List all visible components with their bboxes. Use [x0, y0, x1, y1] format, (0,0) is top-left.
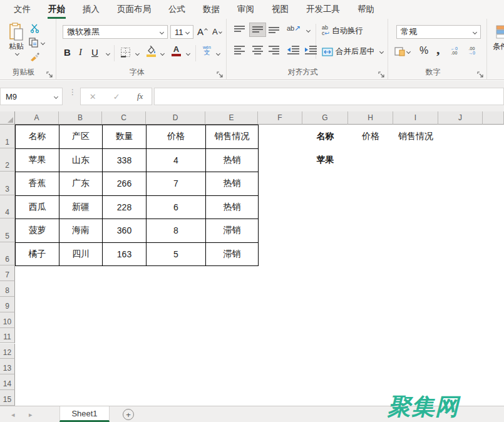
increase-indent-button[interactable] [304, 45, 317, 54]
sheet-tab-sheet1[interactable]: Sheet1 [59, 406, 110, 422]
align-top-button[interactable] [234, 25, 245, 34]
cell-e2[interactable]: 热销 [206, 148, 259, 172]
col-header-i[interactable]: I [393, 111, 438, 125]
number-dialog-launcher-icon[interactable] [477, 69, 485, 77]
row-header-10[interactable]: 10 [0, 312, 15, 328]
col-header-f[interactable]: F [258, 111, 302, 125]
col-header-e[interactable]: E [205, 111, 258, 125]
row-header-12[interactable]: 12 [0, 344, 15, 359]
paste-button[interactable]: 粘贴 [5, 23, 28, 55]
cell-d4[interactable]: 6 [147, 195, 206, 219]
col-header-partial[interactable] [483, 111, 504, 125]
font-name-combo[interactable]: 微软雅黑 [63, 25, 168, 39]
font-dialog-launcher-icon[interactable] [217, 69, 224, 77]
col-header-d[interactable]: D [146, 111, 205, 125]
cut-button[interactable] [30, 24, 39, 33]
cell-c6[interactable]: 163 [103, 242, 147, 266]
cell-b6[interactable]: 四川 [59, 242, 103, 266]
decrease-decimal-button[interactable]: .00 →0 [468, 46, 475, 55]
tab-review[interactable]: 审阅 [229, 0, 263, 19]
align-middle-button[interactable] [250, 23, 265, 36]
increase-decimal-button[interactable]: ←0 .00 [451, 46, 458, 55]
fill-color-button[interactable] [146, 46, 157, 57]
row-header-15[interactable]: 15 [0, 390, 15, 406]
cell-c1[interactable]: 数量 [103, 125, 147, 149]
underline-button[interactable]: U [91, 47, 98, 58]
row-header-4[interactable]: 4 [0, 195, 15, 219]
cell-e4[interactable]: 热销 [206, 195, 259, 219]
row-header-13[interactable]: 13 [0, 359, 15, 374]
borders-button[interactable] [120, 47, 131, 58]
cell-a4[interactable]: 西瓜 [16, 195, 59, 219]
font-color-button[interactable]: A [172, 45, 181, 56]
cell-a3[interactable]: 香蕉 [16, 172, 59, 196]
bold-button[interactable]: B [64, 47, 71, 58]
col-header-h[interactable]: H [348, 111, 393, 125]
cell-a5[interactable]: 菠萝 [16, 219, 59, 243]
cell-g2[interactable]: 苹果 [302, 148, 348, 172]
row-header-3[interactable]: 3 [0, 172, 15, 195]
percent-style-button[interactable]: % [419, 45, 428, 56]
increase-font-size-button[interactable]: A [197, 26, 207, 37]
merge-center-button[interactable]: 合并后居中 [322, 46, 375, 57]
format-painter-button[interactable] [29, 52, 40, 61]
row-header-6[interactable]: 6 [0, 242, 15, 266]
formula-input[interactable] [154, 88, 504, 105]
cell-c3[interactable]: 266 [103, 172, 147, 196]
row-header-5[interactable]: 5 [0, 219, 15, 242]
tab-insert[interactable]: 插入 [74, 0, 108, 19]
cell-c5[interactable]: 360 [103, 219, 147, 243]
tab-formulas[interactable]: 公式 [160, 0, 194, 19]
align-center-button[interactable] [252, 45, 264, 54]
copy-button[interactable] [29, 38, 44, 48]
col-header-a[interactable]: A [15, 111, 59, 125]
cell-d2[interactable]: 4 [147, 148, 206, 172]
align-left-button[interactable] [234, 45, 245, 54]
decrease-font-size-button[interactable]: A [212, 27, 222, 36]
tab-help[interactable]: 帮助 [349, 0, 383, 19]
row-header-2[interactable]: 2 [0, 148, 15, 172]
name-box[interactable]: M9 [0, 88, 63, 105]
row-header-9[interactable]: 9 [0, 297, 15, 312]
col-header-g[interactable]: G [302, 111, 348, 125]
cell-e5[interactable]: 滞销 [206, 219, 259, 243]
cell-e1[interactable]: 销售情况 [206, 125, 259, 149]
wrap-text-button[interactable]: abc↩ 自动换行 [322, 25, 363, 36]
align-right-button[interactable] [268, 45, 280, 54]
tab-view[interactable]: 视图 [263, 0, 297, 19]
formula-bar-grip[interactable]: ⋮ [69, 91, 76, 94]
decrease-indent-button[interactable] [287, 45, 300, 54]
row-header-8[interactable]: 8 [0, 281, 15, 297]
col-header-c[interactable]: C [102, 111, 146, 125]
cell-c4[interactable]: 228 [103, 195, 147, 219]
cell-a1[interactable]: 名称 [16, 125, 59, 149]
cell-d6[interactable]: 5 [147, 242, 206, 266]
cell-a2[interactable]: 苹果 [16, 148, 59, 172]
comma-style-button[interactable]: , [436, 41, 440, 58]
cell-d1[interactable]: 价格 [147, 125, 206, 149]
cell-b4[interactable]: 新疆 [59, 195, 103, 219]
tab-file[interactable]: 文件 [5, 0, 39, 19]
prev-sheet-arrow-icon[interactable]: ◂ [11, 411, 15, 419]
conditional-formatting-button[interactable]: 条件 [493, 25, 504, 50]
cell-e6[interactable]: 滞销 [206, 242, 259, 266]
select-all-corner[interactable] [0, 111, 15, 125]
next-sheet-arrow-icon[interactable]: ▸ [29, 411, 33, 419]
cell-b3[interactable]: 广东 [59, 172, 103, 196]
cell-e3[interactable]: 热销 [206, 172, 259, 196]
cell-i1[interactable]: 销售情况 [393, 125, 438, 148]
row-header-7[interactable]: 7 [0, 265, 15, 281]
cell-c2[interactable]: 338 [103, 148, 147, 172]
number-format-combo[interactable]: 常规 [396, 25, 481, 39]
add-sheet-button[interactable]: + [123, 409, 134, 420]
row-header-1[interactable]: 1 [0, 125, 15, 148]
phonetic-guide-button[interactable]: wén 文 [203, 45, 211, 56]
cell-b1[interactable]: 产区 [59, 125, 103, 149]
enter-button[interactable]: ✓ [113, 92, 120, 101]
cell-h1[interactable]: 价格 [348, 125, 393, 148]
row-header-14[interactable]: 14 [0, 374, 15, 390]
tab-home[interactable]: 开始 [39, 0, 74, 19]
alignment-dialog-launcher-icon[interactable] [378, 69, 386, 77]
row-header-11[interactable]: 11 [0, 328, 15, 344]
cell-d5[interactable]: 8 [147, 219, 206, 243]
